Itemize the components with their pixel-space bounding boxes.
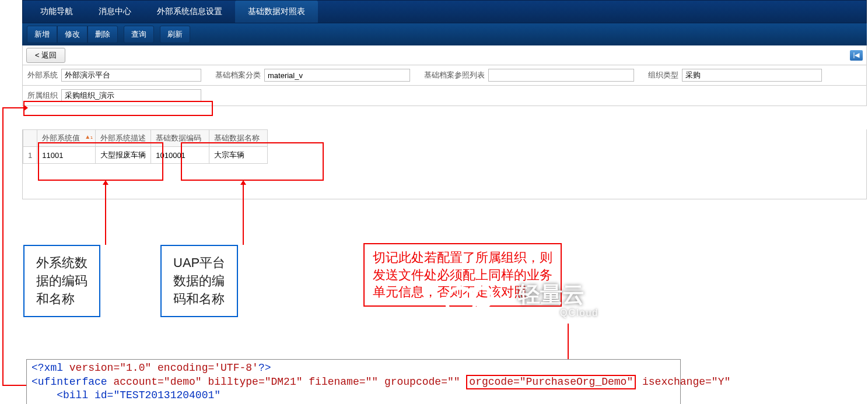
filter-row-2: 所属组织 <box>22 86 867 106</box>
data-grid: 外部系统值▲₁ 外部系统描述 基础数据编码 基础数据名称 1 11001 大型报… <box>23 129 268 164</box>
first-page-icon[interactable]: |◀ <box>850 50 863 61</box>
query-button[interactable]: 查询 <box>124 26 154 43</box>
connector-v1 <box>2 107 4 386</box>
base-archive-type-label: 基础档案分类 <box>215 70 261 80</box>
grid-area: 外部系统值▲₁ 外部系统描述 基础数据编码 基础数据名称 1 11001 大型报… <box>22 129 867 199</box>
xml-snippet: <?xml version="1.0" encoding='UTF-8'?> <… <box>26 359 681 404</box>
ext-system-label: 外部系统 <box>27 70 58 80</box>
callout-ext-system: 外系统数 据的编码 和名称 <box>23 245 100 317</box>
delete-button[interactable]: 删除 <box>88 26 118 43</box>
col-ext-desc[interactable]: 外部系统描述 <box>96 130 151 147</box>
cell-ext-desc: 大型报废车辆 <box>96 147 151 164</box>
ext-system-input[interactable] <box>61 69 201 82</box>
edit-button[interactable]: 修改 <box>57 26 88 43</box>
sub-toolbar: < 返回 |◀ <box>22 45 867 65</box>
base-archive-ref-input[interactable] <box>488 69 634 82</box>
toolbar: 新增 修改 删除 查询 刷新 <box>22 23 867 45</box>
cell-base-code: 1010001 <box>151 147 209 164</box>
filter-row-1: 外部系统 基础档案分类 基础档案参照列表 组织类型 <box>22 65 867 86</box>
row-num: 1 <box>23 147 37 164</box>
connector-h2 <box>2 385 27 386</box>
tab-bar: 功能导航 消息中心 外部系统信息设置 基础数据对照表 <box>22 0 867 23</box>
add-button[interactable]: 新增 <box>27 26 57 43</box>
col-ext-value[interactable]: 外部系统值▲₁ <box>37 130 96 147</box>
col-base-code[interactable]: 基础数据编码 <box>151 130 209 147</box>
row-num-header <box>23 130 37 147</box>
tab-ext-system-settings[interactable]: 外部系统信息设置 <box>144 1 235 23</box>
tab-base-data-mapping[interactable]: 基础数据对照表 <box>235 1 318 23</box>
tab-nav[interactable]: 功能导航 <box>27 1 86 23</box>
org-class-input[interactable] <box>682 69 822 82</box>
cell-base-name: 大宗车辆 <box>209 147 268 164</box>
callout-warning: 切记此处若配置了所属组织，则 发送文件处必须配上同样的业务 单元信息，否则不走该… <box>363 243 562 307</box>
tab-messages[interactable]: 消息中心 <box>86 1 144 23</box>
watermark-sub: QCloud <box>560 308 598 318</box>
connector-h1 <box>2 107 23 108</box>
cell-ext-value: 11001 <box>37 147 96 164</box>
base-archive-type-input[interactable] <box>264 69 410 82</box>
owner-org-label: 所属组织 <box>27 90 58 101</box>
col-base-name[interactable]: 基础数据名称 <box>209 130 268 147</box>
back-button[interactable]: < 返回 <box>26 48 65 63</box>
base-archive-ref-label: 基础档案参照列表 <box>424 70 485 80</box>
table-row[interactable]: 1 11001 大型报废车辆 1010001 大宗车辆 <box>23 147 268 164</box>
owner-org-input[interactable] <box>61 89 201 102</box>
refresh-button[interactable]: 刷新 <box>160 26 190 43</box>
callout-uap: UAP平台 数据的编 码和名称 <box>160 245 238 317</box>
org-class-label: 组织类型 <box>648 70 678 80</box>
